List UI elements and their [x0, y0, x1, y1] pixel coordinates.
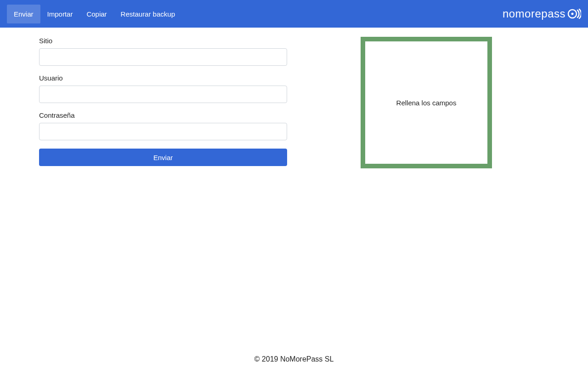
content-area: Sitio Usuario Contraseña Enviar Rellena …	[0, 28, 588, 168]
password-input[interactable]	[39, 123, 287, 140]
form-group-password: Contraseña	[39, 111, 287, 140]
form-group-user: Usuario	[39, 74, 287, 103]
password-label: Contraseña	[39, 111, 287, 119]
navbar: Enviar Importar Copiar Restaurar backup …	[0, 0, 588, 28]
brand-logo: nomorepass	[503, 7, 581, 20]
form-column: Sitio Usuario Contraseña Enviar	[39, 37, 287, 168]
tab-restaurar-backup[interactable]: Restaurar backup	[114, 5, 182, 23]
nav-tabs: Enviar Importar Copiar Restaurar backup	[7, 5, 182, 23]
user-label: Usuario	[39, 74, 287, 82]
brand-text: nomorepass	[503, 7, 565, 20]
svg-point-1	[571, 13, 574, 15]
footer: © 2019 NoMorePass SL	[0, 351, 588, 367]
info-panel-message: Rellena los campos	[396, 99, 457, 107]
info-panel: Rellena los campos	[361, 37, 492, 168]
tab-enviar[interactable]: Enviar	[7, 5, 40, 23]
user-input[interactable]	[39, 86, 287, 103]
site-input[interactable]	[39, 48, 287, 66]
form-group-site: Sitio	[39, 37, 287, 66]
tab-importar[interactable]: Importar	[40, 5, 80, 23]
brand-icon	[567, 8, 581, 20]
tab-copiar[interactable]: Copiar	[79, 5, 113, 23]
copyright-text: © 2019 NoMorePass SL	[254, 355, 334, 363]
submit-button[interactable]: Enviar	[39, 149, 287, 166]
site-label: Sitio	[39, 37, 287, 45]
panel-column: Rellena los campos	[361, 37, 492, 168]
